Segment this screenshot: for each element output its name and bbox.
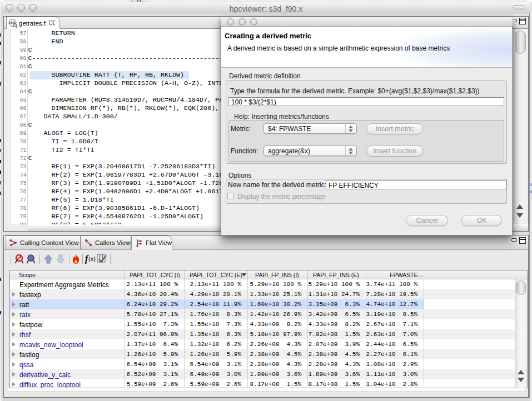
svg-text:(x): (x) xyxy=(88,255,96,262)
